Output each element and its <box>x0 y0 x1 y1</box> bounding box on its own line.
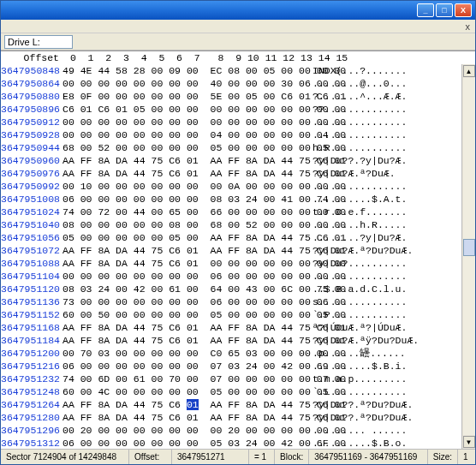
hex-row[interactable]: 364795121606 00 00 00 00 00 00 00 07 03 … <box>1 360 461 373</box>
hex-row[interactable]: 364795100806 00 00 00 00 00 00 00 08 03 … <box>1 193 461 206</box>
hex-row[interactable]: 3647950960AA FF 8A DA 44 75 C6 01 AA FF … <box>1 154 461 167</box>
secondary-close-icon[interactable]: x <box>466 21 471 32</box>
ascii-cell[interactable]: ?y|Du??.ª?Du?DuÆ. <box>309 411 420 424</box>
ascii-cell[interactable]: .p......罎...... <box>309 347 420 360</box>
ascii-cell[interactable]: INDX(...?....... <box>309 64 420 77</box>
ascii-cell[interactable]: ..........$.A.t. <box>309 193 420 206</box>
hex-cell[interactable]: 05 00 00 00 00 00 05 00 AA FF 8A DA 44 7… <box>62 231 309 244</box>
hex-cell[interactable]: 08 03 24 00 42 00 61 00 64 00 43 00 6C 0… <box>62 283 309 295</box>
ascii-cell[interactable]: ª?|ÚDuÆ.ª?|ÚDuÆ. <box>309 321 420 334</box>
hex-row[interactable]: 364795086400 00 00 00 00 00 00 00 40 00 … <box>1 77 461 90</box>
hex-cell[interactable]: AA FF 8A DA 44 75 C6 01 AA FF 8A DA 44 7… <box>62 244 309 257</box>
ascii-cell[interactable]: ?y|Du?Æ.ª?Du?DuÆ. <box>309 244 420 257</box>
hex-rows[interactable]: 364795084849 4E 44 58 28 00 09 00 EC 08 … <box>1 64 461 449</box>
hex-row[interactable]: 364795110400 00 00 00 00 00 00 00 06 00 … <box>1 270 461 283</box>
hex-cell[interactable]: 06 00 00 00 00 00 00 00 08 03 24 00 41 0… <box>62 193 309 206</box>
hex-cell[interactable]: 00 70 03 00 00 00 00 00 C0 65 03 00 00 0… <box>62 347 309 360</box>
hex-cell[interactable]: 00 00 00 00 00 00 00 00 06 00 00 00 00 0… <box>62 270 309 283</box>
ascii-cell[interactable]: . ....... ...... <box>309 424 420 437</box>
ascii-cell[interactable]: `.L............. <box>309 385 420 398</box>
hex-cell[interactable]: 00 10 00 00 00 00 00 00 00 0A 00 00 00 0… <box>62 180 309 193</box>
hex-cell[interactable]: AA FF 8A DA 44 75 C6 01 AA FF 8A DA 44 7… <box>62 411 309 424</box>
ascii-cell[interactable]: ?y|Du?Æ.ªÿ?Du?DuÆ. <box>309 334 420 347</box>
hex-row[interactable]: 364795104008 00 00 00 00 00 08 00 68 00 … <box>1 218 461 231</box>
ascii-cell[interactable]: ?y|Du??.?y|Du?Æ. <box>309 154 420 167</box>
hex-cell[interactable]: 73 00 00 00 00 00 00 00 06 00 00 00 00 0… <box>62 295 309 308</box>
hex-cell[interactable]: 74 00 72 00 44 00 65 00 66 00 00 00 00 0… <box>62 206 309 218</box>
scroll-track[interactable] <box>463 78 475 435</box>
hex-row[interactable]: 3647951280AA FF 8A DA 44 75 C6 01 AA FF … <box>1 411 461 424</box>
hex-cell[interactable]: 49 4E 44 58 28 00 09 00 EC 08 00 05 00 0… <box>62 64 309 77</box>
minimize-button[interactable]: _ <box>417 3 434 17</box>
hex-cell[interactable]: 06 00 00 00 00 00 00 00 05 03 24 00 42 0… <box>62 437 309 449</box>
hex-row[interactable]: 364795115260 00 50 00 00 00 00 00 05 00 … <box>1 308 461 321</box>
ascii-cell[interactable]: t.m.a.p......... <box>309 373 420 385</box>
ascii-cell[interactable]: ..$.B.a.d.C.l.u. <box>309 283 420 295</box>
hex-cell[interactable]: AA FF 8A DA 44 75 C6 01 AA FF 8A DA 44 7… <box>62 167 309 180</box>
hex-row[interactable]: 3647951264AA FF 8A DA 44 75 C6 01 AA FF … <box>1 398 461 411</box>
hex-row[interactable]: 364795113673 00 00 00 00 00 00 00 06 00 … <box>1 295 461 308</box>
hex-row[interactable]: 364795091200 00 00 00 00 00 00 00 00 00 … <box>1 116 461 128</box>
hex-row[interactable]: 364795120000 70 03 00 00 00 00 00 C0 65 … <box>1 347 461 360</box>
hex-row[interactable]: 364795129600 20 00 00 00 00 00 00 00 20 … <box>1 424 461 437</box>
ascii-cell[interactable]: ..........$.B.i. <box>309 360 420 373</box>
ascii-cell[interactable]: ................ <box>309 128 420 141</box>
ascii-cell[interactable]: ................ <box>309 116 420 128</box>
hex-cell[interactable]: AA FF 8A DA 44 75 C6 01 AA FF 8A DA 44 7… <box>62 334 309 347</box>
hex-cell[interactable]: C6 01 C6 01 05 00 00 00 00 00 00 00 00 0… <box>62 103 309 116</box>
hex-cell[interactable]: AA FF 8A DA 44 75 C6 01 00 00 00 00 00 0… <box>62 257 309 270</box>
ascii-cell[interactable]: h.R............. <box>309 141 420 154</box>
ascii-cell[interactable]: ??.............. <box>309 103 420 116</box>
hex-row[interactable]: 364795084849 4E 44 58 28 00 09 00 EC 08 … <box>1 64 461 77</box>
maximize-button[interactable]: □ <box>436 3 453 17</box>
hex-cell[interactable]: 68 00 52 00 00 00 00 00 05 00 00 00 00 0… <box>62 141 309 154</box>
hex-row[interactable]: 3647950880E8 0F 00 00 00 00 00 00 5E 00 … <box>1 90 461 103</box>
drive-field[interactable] <box>4 35 73 49</box>
ascii-cell[interactable]: ........?y|Du?Æ. <box>309 231 420 244</box>
hex-row[interactable]: 3647950976AA FF 8A DA 44 75 C6 01 AA FF … <box>1 167 461 180</box>
hex-row[interactable]: 364795092800 00 00 00 00 00 00 00 04 00 … <box>1 128 461 141</box>
hex-row[interactable]: 364795112008 03 24 00 42 00 61 00 64 00 … <box>1 283 461 295</box>
ascii-cell[interactable]: ?.......^...Æ.Æ. <box>309 90 420 103</box>
hex-cell[interactable]: 00 20 00 00 00 00 00 00 00 20 00 00 00 0… <box>62 424 309 437</box>
hex-cell[interactable]: AA FF 8A DA 44 75 C6 01 AA FF 8A DA 44 7… <box>62 398 309 411</box>
ascii-cell[interactable]: ................ <box>309 270 420 283</box>
ascii-cell[interactable]: ................ <box>309 180 420 193</box>
hex-cell[interactable]: 74 00 6D 00 61 00 70 00 07 00 00 00 00 0… <box>62 373 309 385</box>
scroll-up-button[interactable]: ▲ <box>463 65 475 77</box>
ascii-cell[interactable]: ........@...0... <box>309 77 420 90</box>
close-button[interactable]: X <box>455 3 472 17</box>
hex-cell[interactable]: 00 00 00 00 00 00 00 00 00 00 00 00 00 0… <box>62 116 309 128</box>
hex-row[interactable]: 3647951168AA FF 8A DA 44 75 C6 01 AA FF … <box>1 321 461 334</box>
hex-cell[interactable]: AA FF 8A DA 44 75 C6 01 AA FF 8A DA 44 7… <box>62 321 309 334</box>
vertical-scrollbar[interactable]: ▲ ▼ <box>461 64 475 449</box>
scroll-down-button[interactable]: ▼ <box>463 436 475 448</box>
hex-row[interactable]: 364795094468 00 52 00 00 00 00 00 05 00 … <box>1 141 461 154</box>
hex-row[interactable]: 364795102474 00 72 00 44 00 65 00 66 00 … <box>1 206 461 218</box>
hex-row[interactable]: 3647951184AA FF 8A DA 44 75 C6 01 AA FF … <box>1 334 461 347</box>
hex-row[interactable]: 3647951072AA FF 8A DA 44 75 C6 01 AA FF … <box>1 244 461 257</box>
ascii-cell[interactable]: ..........$.B.o. <box>309 437 420 449</box>
hex-cell[interactable]: 60 00 50 00 00 00 00 00 05 00 00 00 00 0… <box>62 308 309 321</box>
hex-cell[interactable]: 00 00 00 00 00 00 00 00 04 00 00 00 00 0… <box>62 128 309 141</box>
ascii-cell[interactable]: t.r.D.e.f....... <box>309 206 420 218</box>
ascii-cell[interactable]: ?y|Du?.......... <box>309 257 420 270</box>
ascii-cell[interactable]: ?y|Du?Æ.ª?DuÆ. <box>309 167 420 180</box>
hex-row[interactable]: 364795131206 00 00 00 00 00 00 00 05 03 … <box>1 437 461 449</box>
hex-row[interactable]: 364795124860 00 4C 00 00 00 00 00 05 00 … <box>1 385 461 398</box>
scroll-thumb[interactable] <box>463 239 475 256</box>
ascii-cell[interactable]: ?y|Du??.ª?Du?DuÆ. <box>309 398 420 411</box>
hex-cell[interactable]: 06 00 00 00 00 00 00 00 07 03 24 00 42 0… <box>62 360 309 373</box>
ascii-cell[interactable]: ........h.R..... <box>309 218 420 231</box>
hex-cell[interactable]: 00 00 00 00 00 00 00 00 40 00 00 00 30 0… <box>62 77 309 90</box>
hex-row[interactable]: 364795105605 00 00 00 00 00 05 00 AA FF … <box>1 231 461 244</box>
hex-row[interactable]: 364795123274 00 6D 00 61 00 70 00 07 00 … <box>1 373 461 385</box>
hex-cell[interactable]: E8 0F 00 00 00 00 00 00 5E 00 05 00 C6 0… <box>62 90 309 103</box>
ascii-cell[interactable]: s............... <box>309 295 420 308</box>
hex-cell[interactable]: AA FF 8A DA 44 75 C6 01 AA FF 8A DA 44 7… <box>62 154 309 167</box>
ascii-cell[interactable]: `.P............. <box>309 308 420 321</box>
hex-row[interactable]: 3647950896C6 01 C6 01 05 00 00 00 00 00 … <box>1 103 461 116</box>
hex-cell[interactable]: 60 00 4C 00 00 00 00 00 05 00 00 00 00 0… <box>62 385 309 398</box>
hex-row[interactable]: 3647951088AA FF 8A DA 44 75 C6 01 00 00 … <box>1 257 461 270</box>
hex-cell[interactable]: 08 00 00 00 00 00 08 00 68 00 52 00 00 0… <box>62 218 309 231</box>
